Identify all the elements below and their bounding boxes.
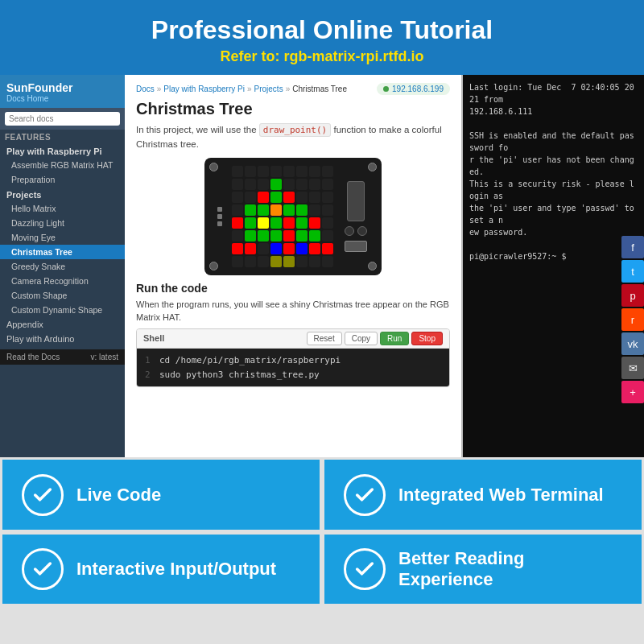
checkmark-icon xyxy=(353,484,376,506)
header-title: Professional Online Tutorial xyxy=(8,14,636,45)
checkmark-icon xyxy=(31,558,54,580)
shell-code: 1cd /home/pi/rgb_matrix/raspberrypi2sudo… xyxy=(137,349,449,386)
sidebar-item-play-with-arduino[interactable]: Play with Arduino xyxy=(0,332,125,346)
sidebar-item-camera-recognition[interactable]: Camera Recognition xyxy=(0,274,125,288)
matrix-cell-2-2 xyxy=(258,192,269,203)
feature-check-reading-exp xyxy=(344,548,386,590)
matrix-cell-6-1 xyxy=(245,243,256,254)
plus-social-button[interactable]: + xyxy=(621,381,644,403)
corner-bl xyxy=(209,262,218,270)
matrix-cell-6-0 xyxy=(232,243,243,254)
email-social-button[interactable]: ✉ xyxy=(621,357,644,379)
sidebar-docs-home[interactable]: Docs Home xyxy=(6,94,118,103)
matrix-cell-5-0 xyxy=(232,230,243,242)
feature-label-live-code: Live Code xyxy=(76,485,161,506)
shell-code-text: sudo python3 christmas_tree.py xyxy=(159,368,320,382)
matrix-cell-1-0 xyxy=(232,179,243,190)
matrix-left-pins xyxy=(214,202,225,231)
matrix-connector xyxy=(345,241,367,252)
matrix-cell-2-1 xyxy=(245,192,256,203)
header: Professional Online Tutorial Refer to: r… xyxy=(0,0,644,75)
page-root: Professional Online Tutorial Refer to: r… xyxy=(0,0,644,606)
matrix-cell-7-4 xyxy=(283,256,295,267)
feature-card-reading-exp[interactable]: Better Reading Experience xyxy=(322,532,644,607)
matrix-cell-6-2 xyxy=(258,243,269,254)
sidebar-item-preparation[interactable]: Preparation xyxy=(0,172,125,187)
shell-copy-button[interactable]: Copy xyxy=(345,332,378,345)
sidebar-item-projects[interactable]: Projects xyxy=(0,187,125,201)
matrix-cell-5-5 xyxy=(296,230,308,242)
matrix-board xyxy=(204,158,382,275)
shell-run-button[interactable]: Run xyxy=(380,332,409,345)
sidebar-search-area xyxy=(0,108,125,130)
matrix-cell-6-5 xyxy=(296,243,308,254)
matrix-cell-2-7 xyxy=(322,192,333,203)
sidebar: SunFounder Docs Home Features Play with … xyxy=(0,75,125,457)
matrix-buttons-row xyxy=(345,226,367,236)
matrix-cell-2-6 xyxy=(309,192,320,203)
matrix-cell-2-0 xyxy=(232,192,243,203)
feature-card-interactive-io[interactable]: Interactive Input/Output xyxy=(0,532,322,607)
reddit-social-button[interactable]: r xyxy=(621,308,644,331)
matrix-cell-7-1 xyxy=(245,256,256,267)
sidebar-item-moving-eye[interactable]: Moving Eye xyxy=(0,230,125,245)
breadcrumb-projects[interactable]: Projects xyxy=(254,85,283,93)
sidebar-item-custom-shape[interactable]: Custom Shape xyxy=(0,288,125,303)
corner-tl xyxy=(209,163,218,171)
sidebar-item-christmas-tree[interactable]: Christmas Tree xyxy=(0,245,125,259)
matrix-cell-7-5 xyxy=(296,256,308,267)
ip-badge: 192.168.6.199 xyxy=(377,83,450,95)
sidebar-item-custom-dynamic-shape[interactable]: Custom Dynamic Shape xyxy=(0,303,125,317)
vk-social-button[interactable]: vk xyxy=(621,332,644,355)
matrix-cell-6-6 xyxy=(309,243,320,254)
sidebar-item-hello-matrix[interactable]: Hello Matrix xyxy=(0,201,125,216)
header-subtitle: Refer to: rgb-matrix-rpi.rtfd.io xyxy=(8,48,636,65)
pin xyxy=(217,207,222,212)
feature-check-interactive-io xyxy=(22,548,64,590)
matrix-cell-7-2 xyxy=(258,256,269,267)
breadcrumb-play[interactable]: Play with Raspberry Pi xyxy=(163,85,245,93)
shell-reset-button[interactable]: Reset xyxy=(307,332,342,345)
run-code-desc: When the program runs, you will see a sh… xyxy=(136,299,450,324)
matrix-container xyxy=(136,158,450,275)
matrix-cell-5-4 xyxy=(283,230,295,242)
sidebar-item-play-with-raspberry-pi[interactable]: Play with Raspberry Pi xyxy=(0,143,125,158)
shell-stop-button[interactable]: Stop xyxy=(411,332,443,345)
pinterest-social-button[interactable]: p xyxy=(621,284,644,307)
matrix-cell-1-3 xyxy=(270,179,282,190)
feature-card-web-terminal[interactable]: Integrated Web Terminal xyxy=(322,457,644,532)
matrix-cell-4-0 xyxy=(232,217,243,229)
sidebar-item-greedy-snake[interactable]: Greedy Snake xyxy=(0,259,125,274)
doc-intro: In this project, we will use the draw_po… xyxy=(136,123,450,151)
sidebar-item-appendix[interactable]: Appendix xyxy=(0,317,125,332)
feature-card-live-code[interactable]: Live Code xyxy=(0,457,322,532)
facebook-social-button[interactable]: f xyxy=(621,236,644,258)
matrix-cell-6-7 xyxy=(322,243,333,254)
shell-code-text: cd /home/pi/rgb_matrix/raspberrypi xyxy=(159,353,341,368)
sidebar-item-dazzling-light[interactable]: Dazzling Light xyxy=(0,216,125,230)
sidebar-brand-name: SunFounder xyxy=(6,81,118,94)
matrix-cell-0-0 xyxy=(232,166,243,177)
sidebar-brand: SunFounder Docs Home xyxy=(0,75,125,108)
code-function: draw_point() xyxy=(259,123,331,137)
matrix-cell-0-1 xyxy=(245,166,256,177)
matrix-cell-3-2 xyxy=(258,204,269,216)
matrix-cell-1-1 xyxy=(245,179,256,190)
shell-line: 2sudo python3 christmas_tree.py xyxy=(145,368,441,382)
matrix-cell-4-6 xyxy=(309,217,320,229)
shell-lineno: 1 xyxy=(145,353,153,368)
sidebar-item-assemble-rgb-matrix-hat[interactable]: Assemble RGB Matrix HAT xyxy=(0,158,125,172)
breadcrumb-current: Christmas Tree xyxy=(292,85,347,93)
matrix-cell-0-2 xyxy=(258,166,269,177)
search-input[interactable] xyxy=(5,112,120,126)
breadcrumb-docs[interactable]: Docs xyxy=(136,85,155,93)
matrix-cell-2-5 xyxy=(296,192,308,203)
matrix-right-side xyxy=(340,176,372,257)
matrix-cell-0-5 xyxy=(296,166,308,177)
pin xyxy=(217,214,222,219)
matrix-cell-7-6 xyxy=(309,256,320,267)
corner-br xyxy=(368,262,377,270)
twitter-social-button[interactable]: t xyxy=(621,260,644,283)
checkmark-icon xyxy=(31,484,54,506)
sidebar-nav: Play with Raspberry PiAssemble RGB Matri… xyxy=(0,143,125,346)
